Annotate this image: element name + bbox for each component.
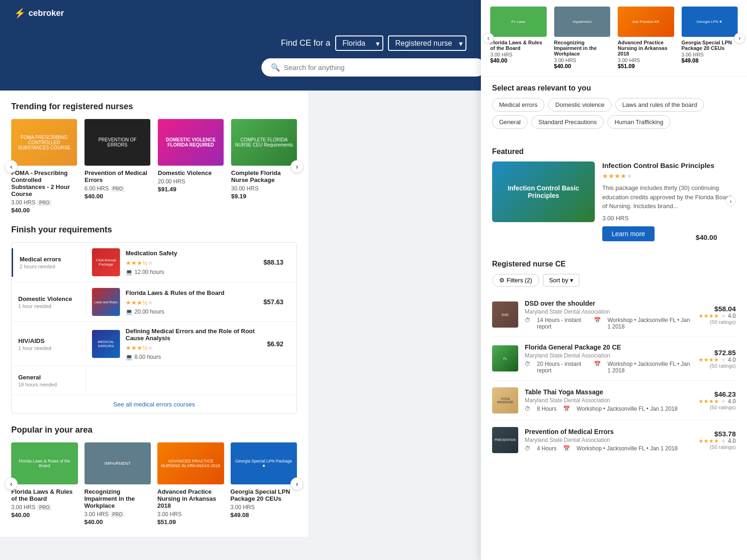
- finish-section: Finish your requirements Medical errors …: [11, 225, 297, 414]
- chip-medical-errors[interactable]: Medical errors: [492, 98, 544, 112]
- tab-name-1: Domestic Violence: [18, 295, 79, 302]
- ce-meta-0: ⏱ 14 Hours - instant report 📅 Workshop •…: [525, 317, 692, 330]
- ce-hours-3: 4 Hours: [537, 445, 557, 452]
- right-overlay: ‹ FL Laws Florida Laws & Rules of the Bo…: [481, 0, 747, 560]
- rp-carousel-section: ‹ FL Laws Florida Laws & Rules of the Bo…: [481, 0, 747, 77]
- trending-hrs-1: 6.00 HRS PRO: [85, 185, 150, 192]
- sort-btn[interactable]: Sort by ▾: [543, 274, 579, 287]
- state-select[interactable]: Florida Georgia: [335, 35, 383, 51]
- popular-price-1: $40.00: [85, 518, 151, 525]
- finish-meta-0: 💻 12.00 hours: [126, 269, 258, 275]
- finish-box: Medical errors 2 hours needed CNA Annual…: [11, 242, 297, 414]
- rp-carousel-row: ‹ FL Laws Florida Laws & Rules of the Bo…: [490, 7, 738, 70]
- filters-btn[interactable]: ⚙ Filters (2): [492, 274, 539, 287]
- main-layout: Trending for registered nurses ‹ FOMA PR…: [0, 91, 747, 537]
- logo-icon: ⚡: [14, 7, 26, 19]
- featured-desc: This package includes thirty (30) contin…: [602, 183, 736, 211]
- trending-price-0: $40.00: [11, 207, 77, 214]
- featured-hrs: 3.00 HRS: [602, 215, 736, 222]
- chip-human-trafficking[interactable]: Human Trafficking: [607, 115, 670, 129]
- ce-item-2: YOGA MASSAGE Table Thai Yoga Massage Mar…: [492, 381, 736, 420]
- clock-icon-2: ⏱: [525, 406, 530, 412]
- rp-featured-title: Featured: [492, 147, 736, 156]
- ce-rating-1: $72.85 ★★★★★ 4.0 (50 ratings): [698, 349, 736, 369]
- ce-hours-1: 20 Hours - instant report: [537, 361, 587, 374]
- popular-next-btn[interactable]: ›: [290, 477, 303, 490]
- popular-price-2: $51.09: [157, 518, 224, 525]
- popular-thumb-2: ADVANCED PRACTICE NURSING IN ARKANSAS 20…: [157, 442, 224, 484]
- finish-info-0: Medication Safety ★★★½★ 💻 12.00 hours: [126, 250, 258, 275]
- ce-date-3: Workshop • Jacksonville FL • Jan 1 2018: [577, 445, 678, 452]
- learn-more-btn[interactable]: Learn more: [602, 226, 655, 241]
- tab-name-0: Medical errors: [20, 256, 79, 263]
- ce-thumb-2: YOGA MASSAGE: [492, 387, 518, 413]
- featured-next-btn[interactable]: ›: [726, 196, 736, 206]
- ce-filters: ⚙ Filters (2) Sort by ▾: [492, 274, 736, 287]
- finish-tab-1[interactable]: Domestic Violence 1 hour needed: [12, 288, 86, 316]
- trending-thumb-3: COMPLETE FLORIDA NURSE CEU Requirements: [231, 119, 297, 166]
- area-chips: Medical errors Domestic violence Laws an…: [492, 98, 736, 129]
- popular-badge-1: PRO: [111, 511, 125, 518]
- finish-course-0: CNA Annual Package Medication Safety ★★★…: [86, 243, 296, 282]
- see-all-link[interactable]: See all medical errors courses: [12, 395, 296, 413]
- filters-label: Filters (2): [507, 277, 532, 284]
- popular-prev-btn[interactable]: ‹: [5, 477, 18, 490]
- finish-info-1: Florida Laws & Rules of the Board ★★★½★ …: [126, 289, 258, 315]
- finish-row-2: HIV/AIDS 1 hour needed MEDICAL ERRORS De…: [12, 322, 296, 366]
- rp-card-hrs-2: 3.00 HRS: [618, 57, 674, 63]
- finish-tab-3[interactable]: General 18 hours needed: [12, 366, 86, 395]
- ce-ratings-count-3: (50 ratings): [698, 444, 736, 450]
- ce-rating-val-3: 4.0: [728, 438, 736, 444]
- trending-card-1: PREVENTION OF ERRORS Prevention of Medic…: [85, 119, 150, 214]
- cal-icon-0: 📅: [594, 317, 601, 330]
- ce-rating-3: $53.78 ★★★★★ 4.0 (50 ratings): [698, 430, 736, 450]
- sort-label: Sort by: [549, 277, 568, 284]
- popular-card-title-3: Georgia Special LPN Package 20 CEUs: [231, 488, 297, 502]
- popular-card-1: IMPAIRMENT Recognizing Impairment in the…: [85, 442, 151, 525]
- popular-hrs-2: 3.00 HRS: [157, 511, 224, 518]
- search-input[interactable]: [284, 63, 476, 71]
- popular-cards: ‹ Florida Laws & Rules of the Board Flor…: [11, 442, 297, 525]
- trending-next-btn[interactable]: ›: [290, 160, 303, 173]
- rp-card-title-1: Recognizing Impairment in the Workplace: [554, 40, 611, 56]
- finish-tab-0[interactable]: Medical errors 2 hours needed: [12, 248, 86, 277]
- trending-prev-btn[interactable]: ‹: [5, 160, 18, 173]
- clock-icon-3: ⏱: [525, 445, 530, 452]
- trending-title-0: FOMA - Prescribing Controlled Substances…: [11, 169, 77, 197]
- chip-laws-rules[interactable]: Laws and rules of the board: [615, 98, 704, 112]
- rp-card-hrs-1: 3.00 HRS: [554, 57, 611, 63]
- chip-domestic-violence[interactable]: Domestic violence: [548, 98, 612, 112]
- featured-info: Infection Control Basic Principles ★★★★★…: [602, 161, 736, 241]
- ce-ratings-count-0: (50 ratings): [698, 319, 736, 325]
- fl-laws-thumb: Laws and Rules: [92, 288, 120, 316]
- ce-rating-row-3: ★★★★★ 4.0: [698, 438, 736, 444]
- finish-stars-1: ★★★½★: [126, 298, 258, 307]
- finish-course-name-1: Florida Laws & Rules of the Board: [126, 289, 258, 296]
- trending-hrs-3: 30.00 HRS: [231, 185, 297, 192]
- trending-title: Trending for registered nurses: [11, 102, 297, 112]
- ce-title-1: Florida General Package 20 CE: [525, 343, 692, 351]
- chip-general[interactable]: General: [492, 115, 528, 129]
- finish-stars-0: ★★★½★: [126, 259, 258, 267]
- ce-provider-0: Maryland State Dental Association: [525, 308, 692, 315]
- profession-select[interactable]: Registered nurse LPN: [388, 35, 466, 51]
- clock-icon-1: ⏱: [525, 361, 530, 374]
- ce-hours-2: 8 Hours: [537, 406, 557, 412]
- search-bar: 🔍: [261, 58, 486, 77]
- popular-hrs-3: 3.00 HRS: [231, 504, 297, 511]
- rp-thumb-1: Impairment: [554, 7, 611, 37]
- trending-hrs-0: 3.00 HRS PRO: [11, 199, 77, 206]
- ce-provider-2: Maryland State Dental Association: [525, 397, 692, 404]
- profession-select-wrapper: Registered nurse LPN: [388, 35, 466, 51]
- ce-item-0: DSD DSD over the shoulder Maryland State…: [492, 293, 736, 337]
- cal-icon-1: 📅: [594, 361, 601, 374]
- ce-price-0: $58.04: [698, 305, 736, 313]
- logo: ⚡ cebroker: [14, 7, 64, 19]
- trending-thumb-2: DOMESTIC VIOLENCE FLORIDA REQUIRED: [158, 119, 224, 166]
- popular-carousel-wrapper: ‹ Florida Laws & Rules of the Board Flor…: [11, 442, 297, 525]
- finish-tab-2[interactable]: HIV/AIDS 1 hour needed: [12, 330, 86, 358]
- chip-standard-precautions[interactable]: Standard Precautions: [531, 115, 604, 129]
- logo-text: cebroker: [28, 8, 64, 18]
- popular-card-3: Georgia Special LPN Package ★ Georgia Sp…: [231, 442, 297, 525]
- ce-price-3: $53.78: [698, 430, 736, 438]
